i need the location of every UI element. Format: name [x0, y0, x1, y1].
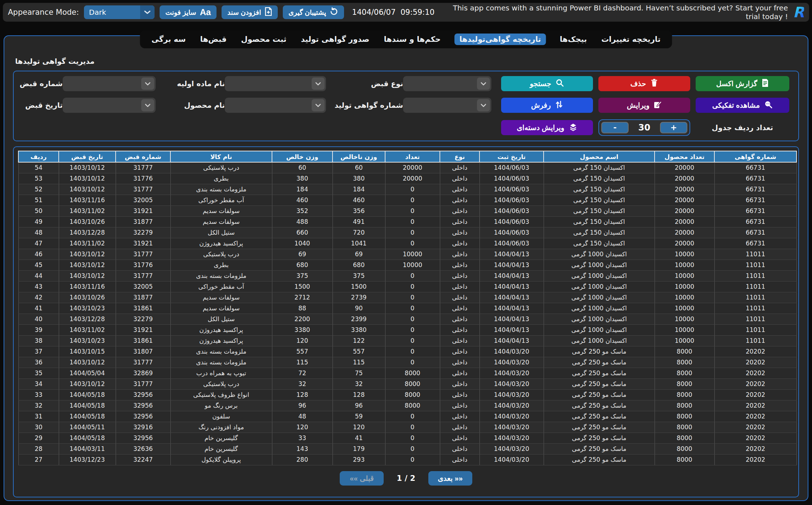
- table-cell: سولفات سدیم: [170, 292, 272, 303]
- filter-dropdown-1-2[interactable]: [225, 76, 326, 91]
- table-cell: 1404/03/20: [479, 454, 544, 465]
- table-cell: 1403/10/12: [59, 162, 116, 173]
- table-cell: 557: [272, 346, 333, 357]
- refresh-button[interactable]: رفرش: [501, 98, 593, 113]
- table-row[interactable]: 391403/11/0231921پراکسید هیدروژن33803380…: [18, 324, 797, 335]
- table-cell: 11011: [714, 314, 797, 324]
- table-cell: 11011: [714, 324, 797, 335]
- table-cell: 32956: [116, 389, 170, 400]
- table-row[interactable]: 291404/05/1832956گلیسرین خام33410داخلی14…: [18, 433, 797, 443]
- table-cell: 11011: [714, 292, 797, 303]
- table-row[interactable]: 491403/10/2631877سولفات سدیم4884910داخلی…: [18, 216, 797, 227]
- table-cell: 37: [18, 346, 59, 357]
- table-row[interactable]: 321404/05/1832956برس رنگ مو96968000داخلی…: [18, 400, 797, 411]
- table-cell: 356: [333, 205, 385, 216]
- filter-dropdown-2-2[interactable]: [225, 98, 326, 113]
- table-row[interactable]: 471403/11/0231921پراکسید هیدروژن10401041…: [18, 238, 797, 249]
- table-cell: 115: [333, 357, 385, 368]
- table-cell: 69: [333, 249, 385, 260]
- tab-3[interactable]: ثبت محصول: [240, 34, 287, 45]
- table-cell: 1403/10/26: [59, 216, 116, 227]
- table-row[interactable]: 281404/03/1132636گلیسرین خام1431790داخلی…: [18, 443, 797, 454]
- table-row[interactable]: 431403/11/1632005آب مقطر خوراکی150015000…: [18, 281, 797, 292]
- tab-2[interactable]: قبض‌ها: [200, 34, 227, 45]
- table-row[interactable]: 511403/11/1632005آب مقطر خوراکی4604600دا…: [18, 195, 797, 205]
- next-page-button[interactable]: «« بعدی: [428, 471, 472, 486]
- table-row[interactable]: 451403/10/1231776بطری68068010000داخلی140…: [18, 260, 797, 270]
- tab-8[interactable]: تاریخچه تغییرات: [601, 34, 661, 45]
- table-cell: 0: [385, 216, 440, 227]
- table-row[interactable]: 311404/05/1832956سلفون48590داخلی1404/03/…: [18, 411, 797, 422]
- column-header-10: اسم محصول: [544, 151, 655, 162]
- filter-dropdown-2-3[interactable]: [403, 98, 491, 113]
- table-row[interactable]: 351404/05/0432869تیوپ به همراه درب727580…: [18, 368, 797, 378]
- table-cell: اکسیدان 1000 گرمی: [544, 314, 655, 324]
- table-cell: 1403/10/12: [59, 184, 116, 195]
- table-cell: 0: [385, 324, 440, 335]
- theme-select[interactable]: Dark: [84, 5, 155, 19]
- table-cell: داخلی: [440, 205, 479, 216]
- table-cell: 0: [385, 184, 440, 195]
- batch-edit-button[interactable]: ویرایش دسته‌ای: [501, 120, 593, 135]
- table-cell: 11011: [714, 335, 797, 346]
- table-row[interactable]: 371403/10/1531807ملزومات بسته بندی557557…: [18, 346, 797, 357]
- stepper-minus-button[interactable]: -: [601, 122, 629, 133]
- table-cell: 1404/04/13: [479, 270, 544, 281]
- table-cell: 31: [18, 411, 59, 422]
- table-cell: 48: [18, 227, 59, 238]
- previous-page-button[interactable]: قبلی »»: [340, 471, 384, 486]
- table-row[interactable]: 481403/12/2832279ستیل الکل6607200داخلی14…: [18, 227, 797, 238]
- table-row[interactable]: 301404/05/1132916مواد افزودنی رنگ1201200…: [18, 422, 797, 433]
- filter-dropdown-2-1[interactable]: [63, 98, 156, 113]
- tab-1[interactable]: سه برگی: [151, 34, 186, 45]
- table-cell: 44: [18, 270, 59, 281]
- tab-6-active[interactable]: تاریخچه گواهی‌تولیدها: [454, 34, 546, 45]
- table-row[interactable]: 531403/10/1231776بطری38038020000داخلی140…: [18, 173, 797, 184]
- table-row[interactable]: 541403/10/1231777درب پلاستیکی606020000دا…: [18, 162, 797, 173]
- table-cell: 557: [333, 346, 385, 357]
- table-row[interactable]: 401403/12/2832279ستیل الکل220023990داخلی…: [18, 314, 797, 324]
- table-row[interactable]: 521403/10/1231777ملزومات بسته بندی184184…: [18, 184, 797, 195]
- table-row[interactable]: 381403/10/2331861پراکسید هیدروژن1201220د…: [18, 335, 797, 346]
- add-document-button[interactable]: افزودن سند: [222, 5, 277, 19]
- edit-button[interactable]: ویرایش: [598, 98, 690, 113]
- table-cell: 8000: [655, 433, 714, 443]
- filter-dropdown-1-1[interactable]: [63, 76, 156, 91]
- excel-report-button[interactable]: گزارش اکسل: [696, 76, 789, 91]
- tab-4[interactable]: صدور گواهی تولید: [300, 34, 370, 45]
- tab-5[interactable]: حکم‌ها و سندها: [383, 34, 441, 45]
- table-row[interactable]: 441403/10/1231777ملزومات بسته بندی375375…: [18, 270, 797, 281]
- table-row[interactable]: 421403/10/2631877سولفات سدیم271227390داخ…: [18, 292, 797, 303]
- table-cell: 20202: [714, 346, 797, 357]
- table-cell: 0: [385, 195, 440, 205]
- table-row[interactable]: 501403/11/0231921سولفات سدیم3523560داخلی…: [18, 205, 797, 216]
- backup-button[interactable]: پشتیبان گیری: [283, 5, 344, 19]
- table-row[interactable]: 341403/10/1231777درب پلاستیکی32328000داخ…: [18, 378, 797, 389]
- search-button[interactable]: جستجو: [501, 76, 593, 91]
- delete-button[interactable]: حذف: [598, 76, 690, 91]
- table-cell: 31777: [116, 357, 170, 368]
- stepper-plus-button[interactable]: +: [660, 122, 687, 133]
- table-cell: 680: [333, 260, 385, 270]
- table-cell: 1404/06/03: [479, 238, 544, 249]
- promo-text: This app comes with a stunning Power BI …: [442, 4, 788, 21]
- table-cell: اکسیدان 1000 گرمی: [544, 324, 655, 335]
- table-cell: 1404/06/03: [479, 216, 544, 227]
- table-cell: 20000: [655, 205, 714, 216]
- table-row[interactable]: 461403/10/1231777درب پلاستیکی696910000دا…: [18, 249, 797, 260]
- font-size-button[interactable]: سایز فونت Aa: [160, 5, 217, 19]
- table-cell: داخلی: [440, 281, 479, 292]
- tab-7[interactable]: بیجک‌ها: [559, 34, 588, 45]
- table-row[interactable]: 411403/10/2331861سولفات سدیم88900داخلی14…: [18, 303, 797, 314]
- table-cell: 8000: [655, 389, 714, 400]
- table-row[interactable]: 361403/10/1231777ملزومات بسته بندی115115…: [18, 357, 797, 368]
- table-cell: 20000: [385, 173, 440, 184]
- table-row[interactable]: 271403/12/2332247پروپیلن گلایکول2802930د…: [18, 454, 797, 465]
- table-cell: 36: [18, 357, 59, 368]
- filter-dropdown-1-3[interactable]: [403, 76, 491, 91]
- detail-view-button[interactable]: مشاهده تفکیکی: [696, 98, 789, 113]
- table-cell: 20000: [655, 238, 714, 249]
- table-row[interactable]: 331404/05/1832956انواع ظروف پلاستیکی1281…: [18, 389, 797, 400]
- restore-icon: [330, 7, 338, 18]
- table-cell: 1404/03/20: [479, 443, 544, 454]
